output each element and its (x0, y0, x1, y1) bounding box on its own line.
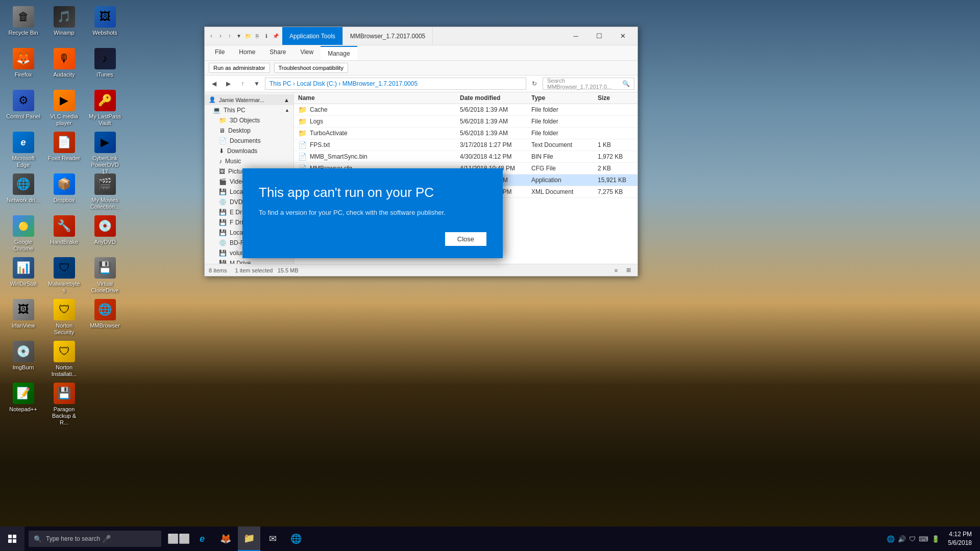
recent-icon[interactable]: ▼ (235, 33, 242, 40)
desktop-icon-winamp[interactable]: 🎵 Winamp (45, 4, 83, 38)
properties-icon[interactable]: ℹ (263, 33, 270, 40)
desktop-icon-itunes[interactable]: ♪ iTunes (86, 46, 124, 80)
file-size: 1 KB (598, 141, 633, 148)
file-date: 4/30/2018 4:12 PM (460, 153, 531, 160)
desktop-icon-mymovies[interactable]: 🎬 My Movies Collection... (86, 171, 124, 212)
desktop-icon-virtualclone[interactable]: 💾 Virtual CloneDrive (86, 255, 124, 296)
start-button[interactable] (0, 527, 24, 551)
file-row[interactable]: 📄FPS.txt 3/17/2018 1:27 PM Text Document… (294, 139, 638, 151)
file-row[interactable]: 📁TurboActivate 5/6/2018 1:39 AM File fol… (294, 128, 638, 139)
desktop-icon-webshots[interactable]: 🖼 Webshots (86, 4, 124, 38)
desktop-icon-foxitreader[interactable]: 📄 Foxit Reader (45, 130, 83, 164)
nav-back-btn[interactable]: ◀ (208, 78, 220, 90)
col-date[interactable]: Date modified (460, 94, 531, 102)
tab-share[interactable]: Share (262, 45, 293, 60)
sidebar-item-music[interactable]: ♪ Music (205, 156, 293, 166)
address-path-field[interactable]: This PC › Local Disk (C:) › MMBrowser_1.… (265, 78, 526, 90)
app-tools-tab[interactable]: Application Tools (282, 27, 343, 45)
desktop-icon-irfanview[interactable]: 🖼 IrfanView (4, 297, 42, 331)
desktop-icon-cyberlink[interactable]: ▶ CyberLink PowerDVD 17 (86, 130, 124, 178)
desktop-icon-nortoninstall[interactable]: 🛡 Norton Installati... (45, 339, 83, 380)
foxitreader-icon: 📄 (54, 132, 75, 153)
sidebar-item-desktop[interactable]: 🖥 Desktop (205, 126, 293, 136)
desktop-icon-paragon[interactable]: 💾 Paragon Backup & R... (45, 381, 83, 429)
volume-tray-icon: 🔊 (898, 535, 906, 543)
search-box[interactable]: Search MMBrowser_1.7.2017.0... 🔍 (543, 78, 634, 90)
nav-up-btn[interactable]: ↑ (236, 78, 249, 90)
sidebar-item-mdrive[interactable]: 💾 M Drive... (205, 258, 293, 264)
minimize-button[interactable]: ─ (564, 27, 587, 45)
large-icons-view-btn[interactable]: ⊞ (623, 265, 633, 276)
tab-manage[interactable]: Manage (321, 46, 357, 60)
desktop-icon-msedge[interactable]: e Microsoft Edge (4, 130, 42, 170)
desktop-icon-lastpass[interactable]: 🔑 My LastPass Vault (86, 88, 124, 129)
col-name[interactable]: Name (298, 94, 460, 102)
desktop-icon-googlechrome[interactable]: 🟡 Google Chrome (4, 213, 42, 254)
file-type: CFG File (531, 165, 598, 172)
dialog-actions: Close (259, 232, 486, 246)
up-icon[interactable]: ↑ (226, 33, 233, 40)
folder-icon: 📁 (298, 106, 307, 114)
taskbar-browser2-icon[interactable]: 🌐 (285, 527, 307, 551)
desktop-icon-norton[interactable]: 🛡 Norton Security (45, 297, 83, 338)
pin-icon[interactable]: 📌 (272, 33, 279, 40)
dialog-close-button[interactable]: Close (445, 232, 486, 246)
status-bar: 8 items 1 item selected 15.5 MB ≡ ⊞ (205, 264, 638, 276)
tab-view[interactable]: View (293, 45, 321, 60)
file-row[interactable]: 📁Logs 5/6/2018 1:39 AM File folder (294, 116, 638, 128)
copy-icon[interactable]: ⎘ (254, 33, 261, 40)
file-date: 5/6/2018 1:39 AM (460, 130, 531, 137)
maximize-button[interactable]: ☐ (587, 27, 611, 45)
recent-locations-btn[interactable]: ▼ (251, 78, 263, 90)
winamp-icon: 🎵 (54, 6, 75, 28)
back-icon[interactable]: ‹ (208, 33, 215, 40)
window-title-label: MMBrowser_1.7.2017.0005 (343, 27, 433, 45)
desktop-icon-windirstat[interactable]: 📊 WinDirStat (4, 255, 42, 289)
sidebar-item-3dobjects[interactable]: 📁 3D Objects (205, 115, 293, 126)
desktop-icon-anydvd[interactable]: 💿 AnyDVD (86, 213, 124, 247)
svg-rect-3 (13, 539, 16, 543)
desktop-icon-audacity[interactable]: 🎙 Audacity (45, 46, 83, 80)
nav-forward-btn[interactable]: ▶ (222, 78, 234, 90)
forward-icon[interactable]: › (217, 33, 224, 40)
taskbar-edge-icon[interactable]: e (191, 527, 213, 551)
taskbar-firefox-icon[interactable]: 🦊 (214, 527, 237, 551)
tab-file[interactable]: File (208, 45, 232, 60)
col-size[interactable]: Size (598, 94, 633, 102)
desktop-icon-dropbox[interactable]: 📦 Dropbox (45, 171, 83, 206)
ribbon-run-btn[interactable]: Run as administrator (209, 63, 270, 73)
taskbar: 🔍 Type here to search 🎤 ⬜⬜ e 🦊 📁 ✉ 🌐 🌐 🔊… (0, 527, 980, 551)
task-view-btn[interactable]: ⬜⬜ (167, 527, 190, 551)
file-list-header: Name Date modified Type Size (294, 92, 638, 104)
file-row[interactable]: 📄MMB_SmartSync.bin 4/30/2018 4:12 PM BIN… (294, 151, 638, 163)
file-row[interactable]: 📁Cache 5/6/2018 1:39 AM File folder (294, 104, 638, 116)
col-type[interactable]: Type (531, 94, 598, 102)
system-clock[interactable]: 4:12 PM 5/6/2018 (948, 530, 972, 547)
taskbar-mail-icon[interactable]: ✉ (261, 527, 284, 551)
ribbon-compat-btn[interactable]: Troubleshoot compatibility (274, 63, 348, 73)
desktop-icon-handbrake[interactable]: 🔧 HandBrake (45, 213, 83, 247)
desktop-icon-control-panel[interactable]: ⚙ Control Panel (4, 88, 42, 122)
desktop-icon-malwarebytes[interactable]: 🛡 Malwarebytes (45, 255, 83, 296)
desktop-icon-network[interactable]: 🌐 Network dri... (4, 171, 42, 206)
audacity-icon: 🎙 (54, 48, 75, 69)
close-button[interactable]: ✕ (611, 27, 634, 45)
taskbar-fileexplorer-icon[interactable]: 📁 (238, 527, 260, 551)
desktop-icon-vlc[interactable]: ▶ VLC media player (45, 88, 83, 129)
desktop-icon-firefox[interactable]: 🦊 Firefox (4, 46, 42, 80)
desktop-icon-mmbrowser[interactable]: 🌐 MMBrowser (86, 297, 124, 331)
folder-icon: 📁 (298, 129, 307, 137)
desktop-icon-notepadpp[interactable]: 📝 Notepad++ (4, 381, 42, 415)
ribbon-tabs: File Home Share View Manage (205, 45, 638, 61)
details-view-btn[interactable]: ≡ (611, 265, 621, 276)
file-date: 5/6/2018 1:39 AM (460, 118, 531, 125)
desktop-icon-imgburn[interactable]: 💿 ImgBurn (4, 339, 42, 373)
sidebar-item-thispc[interactable]: 💻 This PC ▲ (205, 105, 293, 115)
taskbar-search[interactable]: 🔍 Type here to search 🎤 (29, 531, 161, 547)
desktop-icon-recycle-bin[interactable]: 🗑 Recycle Bin (4, 4, 42, 38)
refresh-btn[interactable]: ↻ (528, 78, 541, 90)
sidebar-item-downloads[interactable]: ⬇ Downloads (205, 146, 293, 156)
tab-home[interactable]: Home (232, 45, 262, 60)
thispc-icon: 💻 (213, 107, 220, 114)
sidebar-item-documents[interactable]: 📄 Documents (205, 136, 293, 146)
